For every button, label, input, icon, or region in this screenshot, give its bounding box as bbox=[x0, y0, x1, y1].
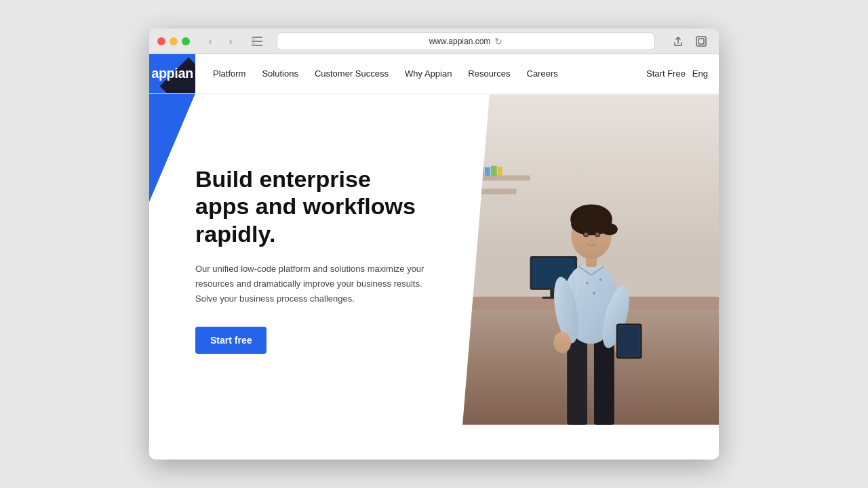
reload-button[interactable]: ↻ bbox=[494, 36, 502, 47]
nav-customer-success[interactable]: Customer Success bbox=[308, 63, 395, 84]
footer-spacer bbox=[149, 426, 719, 460]
svg-rect-15 bbox=[498, 167, 502, 176]
back-button[interactable]: ‹ bbox=[201, 34, 220, 49]
svg-point-46 bbox=[584, 232, 588, 236]
address-bar[interactable]: www.appian.com ↻ bbox=[277, 33, 655, 50]
svg-rect-11 bbox=[476, 189, 517, 195]
nav-solutions[interactable]: Solutions bbox=[255, 63, 304, 84]
browser-titlebar: ‹ › www.appian.com ↻ bbox=[149, 28, 719, 54]
close-button[interactable] bbox=[157, 37, 165, 45]
hero-section: Build enterprise apps and workflows rapi… bbox=[149, 94, 719, 426]
svg-point-31 bbox=[599, 279, 602, 281]
start-free-nav-link[interactable]: Start Free bbox=[646, 68, 686, 79]
maximize-button[interactable] bbox=[182, 37, 190, 45]
navbar: appian Platform Solutions Customer Succe… bbox=[149, 54, 719, 94]
sidebar-button[interactable] bbox=[248, 35, 266, 48]
nav-why-appian[interactable]: Why Appian bbox=[398, 63, 458, 84]
nav-careers[interactable]: Careers bbox=[520, 63, 565, 84]
svg-rect-3 bbox=[252, 37, 255, 46]
main-nav: Platform Solutions Customer Success Why … bbox=[195, 54, 635, 93]
svg-rect-12 bbox=[477, 165, 484, 176]
svg-point-30 bbox=[593, 292, 595, 295]
traffic-lights bbox=[157, 37, 190, 45]
hero-left-content: Build enterprise apps and workflows rapi… bbox=[149, 94, 462, 426]
website-content: appian Platform Solutions Customer Succe… bbox=[149, 54, 719, 460]
svg-point-47 bbox=[595, 232, 599, 236]
svg-rect-14 bbox=[491, 166, 497, 176]
svg-point-43 bbox=[601, 223, 618, 235]
nav-platform[interactable]: Platform bbox=[206, 63, 252, 84]
hero-subtitle: Our unified low-code platform and soluti… bbox=[195, 262, 429, 306]
share-button[interactable] bbox=[669, 34, 688, 49]
svg-rect-5 bbox=[698, 39, 704, 44]
language-selector[interactable]: Eng bbox=[692, 68, 708, 79]
minimize-button[interactable] bbox=[170, 37, 178, 45]
browser-actions bbox=[669, 34, 711, 49]
svg-point-34 bbox=[553, 331, 571, 353]
logo-container[interactable]: appian bbox=[149, 54, 195, 93]
tabs-button[interactable] bbox=[692, 34, 711, 49]
hero-image-area bbox=[462, 94, 719, 426]
hero-title: Build enterprise apps and workflows rapi… bbox=[195, 165, 429, 248]
svg-rect-38 bbox=[619, 326, 639, 356]
svg-rect-13 bbox=[485, 167, 490, 176]
forward-button[interactable]: › bbox=[221, 34, 240, 49]
appian-logo: appian bbox=[151, 66, 193, 81]
url-text: www.appian.com bbox=[429, 37, 491, 46]
hero-illustration bbox=[462, 94, 719, 426]
nav-resources[interactable]: Resources bbox=[461, 63, 517, 84]
start-free-button[interactable]: Start free bbox=[195, 327, 267, 354]
hero-image bbox=[462, 94, 719, 426]
svg-point-29 bbox=[586, 282, 589, 285]
svg-rect-4 bbox=[696, 37, 706, 46]
browser-window: ‹ › www.appian.com ↻ bbox=[149, 28, 719, 460]
navbar-right: Start Free Eng bbox=[635, 54, 719, 93]
svg-rect-10 bbox=[476, 176, 530, 181]
browser-nav-buttons: ‹ › bbox=[201, 34, 240, 49]
